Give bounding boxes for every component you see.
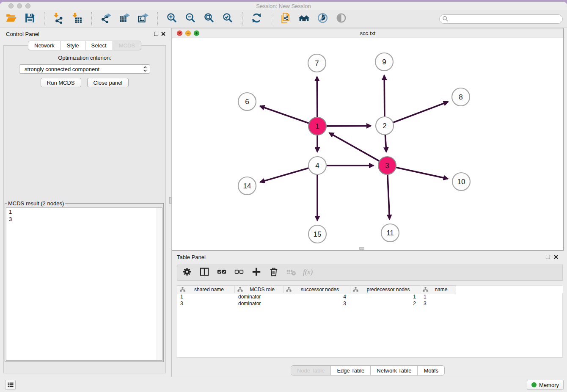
edge-4-14[interactable] — [260, 168, 310, 182]
node-label: 4 — [315, 162, 319, 170]
edge-3-10[interactable] — [395, 167, 448, 179]
gear-icon — [182, 267, 192, 279]
search-input[interactable] — [449, 16, 560, 22]
node-4[interactable]: 4 — [308, 157, 326, 174]
node-10[interactable]: 10 — [452, 173, 470, 190]
list-icon — [7, 381, 14, 389]
split-columns-icon — [199, 267, 209, 279]
cell-predecessor-nodes[interactable]: 1 — [351, 293, 421, 300]
node-9[interactable]: 9 — [375, 53, 393, 71]
memory-button[interactable]: Memory — [527, 380, 564, 390]
node-14[interactable]: 14 — [238, 177, 256, 195]
tab-style[interactable]: Style — [61, 41, 85, 50]
column-header-MCDS-role[interactable]: MCDS role — [235, 285, 284, 293]
edge-2-3[interactable] — [385, 134, 386, 152]
node-1[interactable]: 1 — [308, 117, 326, 135]
new-network-from-selection-button[interactable] — [279, 13, 292, 25]
select-all-button[interactable] — [216, 267, 227, 278]
column-header-name[interactable]: name — [420, 285, 456, 293]
criterion-select[interactable]: strongly connected component — [19, 64, 150, 74]
header-filler — [456, 285, 563, 293]
node-3[interactable]: 3 — [378, 157, 396, 174]
edge-2-9[interactable] — [384, 75, 385, 118]
table-row[interactable]: 3dominator323 — [177, 300, 562, 307]
toolbar-separator — [157, 12, 158, 26]
first-neighbors-button[interactable] — [298, 13, 310, 25]
float-panel-icon[interactable] — [154, 32, 158, 36]
node-7[interactable]: 7 — [308, 54, 326, 72]
edge-3-1[interactable] — [329, 133, 380, 162]
import-network-button[interactable] — [52, 13, 65, 25]
node-2[interactable]: 2 — [376, 117, 394, 135]
open-session-button[interactable] — [5, 13, 17, 25]
column-header-shared-name[interactable]: shared name — [177, 285, 235, 293]
splitter-grip[interactable] — [169, 197, 171, 204]
hierarchy-icon — [284, 287, 292, 292]
canvas-resize-grip[interactable] — [359, 247, 364, 250]
cell-shared-name[interactable]: 3 — [177, 300, 235, 307]
zoom-selected-button[interactable] — [222, 13, 234, 25]
delete-column-button[interactable] — [268, 267, 279, 278]
node-label: 6 — [245, 98, 249, 106]
import-table-button[interactable] — [71, 13, 83, 25]
edge-2-8[interactable] — [392, 102, 448, 123]
save-session-button[interactable] — [24, 13, 36, 25]
tab-mcds[interactable]: MCDS — [113, 41, 141, 50]
cell-name[interactable]: 1 — [421, 293, 457, 300]
tab-select[interactable]: Select — [85, 41, 113, 50]
cell-successor-nodes[interactable]: 3 — [284, 300, 351, 307]
duplicate-network-icon — [280, 12, 291, 25]
zoom-out-button[interactable] — [184, 13, 197, 25]
node-8[interactable]: 8 — [452, 88, 470, 106]
toggle-panes-button[interactable] — [199, 267, 210, 278]
zoom-in-button[interactable] — [166, 13, 178, 25]
tab-network[interactable]: Network — [28, 41, 61, 50]
column-header-successor-nodes[interactable]: successor nodes — [284, 285, 350, 293]
network-canvas[interactable]: 6798124314101511 — [172, 38, 563, 250]
export-network-button[interactable] — [100, 13, 112, 25]
table-tab-network-table[interactable]: Network Table — [371, 366, 418, 375]
cell-predecessor-nodes[interactable]: 2 — [351, 300, 421, 307]
node-label: 14 — [243, 182, 251, 190]
node-15[interactable]: 15 — [308, 225, 326, 243]
edge-1-7[interactable] — [317, 77, 317, 118]
deselect-all-button[interactable] — [234, 267, 245, 278]
apply-layout-button[interactable] — [250, 13, 263, 25]
level-of-detail-button[interactable] — [335, 13, 347, 25]
node-6[interactable]: 6 — [238, 93, 256, 110]
cell-shared-name[interactable]: 1 — [177, 293, 235, 300]
table-settings-button[interactable] — [182, 267, 193, 278]
edge-1-6[interactable] — [260, 106, 310, 124]
task-history-button[interactable] — [5, 380, 16, 390]
edge-3-11[interactable] — [388, 174, 390, 219]
add-column-button[interactable] — [251, 267, 262, 278]
edge-1-2[interactable] — [325, 126, 371, 126]
status-bar: Memory — [0, 377, 567, 392]
table-row[interactable]: 1dominator411 — [177, 293, 562, 300]
cell-MCDS-role[interactable]: dominator — [235, 293, 284, 300]
table-tab-edge-table[interactable]: Edge Table — [331, 366, 371, 375]
table-tab-motifs[interactable]: Motifs — [418, 366, 444, 375]
result-scrollbar[interactable] — [157, 208, 162, 360]
zoom-fit-button[interactable] — [203, 13, 215, 25]
table-tab-node-table[interactable]: Node Table — [291, 366, 331, 375]
node-11[interactable]: 11 — [381, 224, 399, 242]
first-neighbors-icon — [298, 12, 310, 25]
close-panel-button[interactable]: Close panel — [87, 78, 129, 87]
close-table-panel-icon[interactable] — [553, 254, 559, 259]
cell-MCDS-role[interactable]: dominator — [235, 300, 284, 307]
zoom-fit-icon — [204, 12, 215, 25]
search-box[interactable] — [439, 14, 563, 24]
hide-style-button[interactable] — [317, 13, 329, 25]
export-image-button[interactable] — [137, 13, 149, 25]
float-table-panel-icon[interactable] — [546, 255, 550, 259]
cell-successor-nodes[interactable]: 4 — [284, 293, 351, 300]
close-panel-icon[interactable] — [161, 31, 166, 36]
mcds-result-area[interactable]: 1 3 — [6, 207, 162, 361]
run-mcds-button[interactable]: Run MCDS — [41, 78, 81, 87]
toolbar-separator — [242, 12, 242, 26]
cell-name[interactable]: 3 — [421, 300, 457, 307]
control-panel-tabs: NetworkStyleSelectMCDS — [28, 41, 141, 50]
export-table-button[interactable] — [118, 13, 131, 25]
column-header-predecessor-nodes[interactable]: predecessor nodes — [350, 285, 420, 293]
